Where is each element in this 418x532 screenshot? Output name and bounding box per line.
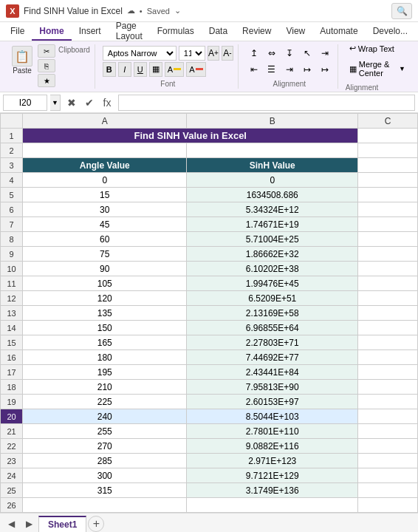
cell-b-26[interactable] bbox=[187, 498, 358, 513]
cell-b-14[interactable]: 6.96855E+64 bbox=[187, 321, 358, 335]
cell-b-25[interactable]: 3.1749E+136 bbox=[187, 483, 358, 498]
row-header-14[interactable]: 14 bbox=[1, 321, 23, 335]
cell-b-19[interactable]: 2.60153E+97 bbox=[187, 395, 358, 409]
row-header-24[interactable]: 24 bbox=[1, 468, 23, 483]
cell-b-23[interactable]: 2.971E+123 bbox=[187, 454, 358, 468]
cell-c-11[interactable] bbox=[358, 276, 418, 291]
prev-sheet-button[interactable]: ◀ bbox=[3, 516, 19, 532]
cell-a-23[interactable]: 285 bbox=[23, 454, 187, 468]
align-left-button[interactable]: ⇤ bbox=[246, 62, 262, 77]
cell-a-12[interactable]: 120 bbox=[23, 291, 187, 306]
row-header-2[interactable]: 2 bbox=[1, 143, 23, 158]
row-header-8[interactable]: 8 bbox=[1, 232, 23, 247]
merge-center-button[interactable]: ▦ Merge & Center ▼ bbox=[346, 58, 409, 80]
bold-button[interactable]: B bbox=[103, 62, 116, 77]
italic-button[interactable]: I bbox=[118, 62, 131, 77]
cell-a-10[interactable]: 90 bbox=[23, 262, 187, 276]
cell-b-16[interactable]: 7.44692E+77 bbox=[187, 350, 358, 365]
col-header-b[interactable]: B bbox=[187, 114, 358, 129]
cell-b-20[interactable]: 8.5044E+103 bbox=[187, 409, 358, 424]
cell-b-7[interactable]: 1.74671E+19 bbox=[187, 217, 358, 232]
cell-c-4[interactable] bbox=[358, 173, 418, 188]
cell-a-16[interactable]: 180 bbox=[23, 350, 187, 365]
cell-a-25[interactable]: 315 bbox=[23, 483, 187, 498]
increase-indent-button[interactable]: ↦ bbox=[317, 62, 333, 77]
col-header-a[interactable]: A bbox=[23, 114, 187, 129]
cell-a-26[interactable] bbox=[23, 498, 187, 513]
cell-a-6[interactable]: 30 bbox=[23, 202, 187, 217]
tab-data[interactable]: Data bbox=[202, 22, 235, 41]
tab-automate[interactable]: Automate bbox=[312, 22, 365, 41]
row-header-19[interactable]: 19 bbox=[1, 395, 23, 409]
tab-page-layout[interactable]: Page Layout bbox=[109, 22, 150, 41]
cell-c-7[interactable] bbox=[358, 217, 418, 232]
tab-insert[interactable]: Insert bbox=[72, 22, 109, 41]
increase-font-btn[interactable]: A+ bbox=[208, 46, 219, 61]
row-header-1[interactable]: 1 bbox=[1, 129, 23, 143]
wrap-text-button[interactable]: ↩ Wrap Text bbox=[346, 41, 398, 55]
align-center-button[interactable]: ☰ bbox=[264, 62, 280, 77]
cell-c-25[interactable] bbox=[358, 483, 418, 498]
cell-b-4[interactable]: 0 bbox=[187, 173, 358, 188]
cell-a-5[interactable]: 15 bbox=[23, 188, 187, 202]
cell-b-18[interactable]: 7.95813E+90 bbox=[187, 380, 358, 395]
cell-c-24[interactable] bbox=[358, 468, 418, 483]
cell-b-6[interactable]: 5.34324E+12 bbox=[187, 202, 358, 217]
cell-a-7[interactable]: 45 bbox=[23, 217, 187, 232]
cell-b-15[interactable]: 2.27803E+71 bbox=[187, 335, 358, 350]
cell-b-10[interactable]: 6.10202E+38 bbox=[187, 262, 358, 276]
cell-a-21[interactable]: 255 bbox=[23, 424, 187, 439]
formula-input[interactable] bbox=[118, 95, 415, 111]
cell-ref-dropdown[interactable]: ▼ bbox=[50, 95, 61, 111]
row-header-22[interactable]: 22 bbox=[1, 439, 23, 454]
tab-home[interactable]: Home bbox=[32, 22, 71, 41]
cell-c-23[interactable] bbox=[358, 454, 418, 468]
paste-button[interactable]: 📋 Paste bbox=[9, 44, 35, 76]
cell-b-24[interactable]: 9.7121E+129 bbox=[187, 468, 358, 483]
align-right-button[interactable]: ⇥ bbox=[281, 62, 298, 77]
confirm-formula-button[interactable]: ✔ bbox=[81, 95, 97, 111]
cell-a-11[interactable]: 105 bbox=[23, 276, 187, 291]
col-header-c[interactable]: C bbox=[358, 114, 418, 129]
tab-develo[interactable]: Develo... bbox=[366, 22, 415, 41]
row-header-25[interactable]: 25 bbox=[1, 483, 23, 498]
row-header-20[interactable]: 20 bbox=[1, 409, 23, 424]
cell-a-13[interactable]: 135 bbox=[23, 306, 187, 321]
decrease-indent-button[interactable]: ↦ bbox=[299, 62, 315, 77]
fill-color-button[interactable]: A bbox=[165, 62, 184, 77]
cell-c-20[interactable] bbox=[358, 409, 418, 424]
format-painter-button[interactable]: ★ bbox=[38, 74, 55, 87]
cell-b-17[interactable]: 2.43441E+84 bbox=[187, 365, 358, 380]
row-header-3[interactable]: 3 bbox=[1, 158, 23, 173]
align-top-button[interactable]: ↥ bbox=[246, 46, 262, 61]
cell-a-20[interactable]: 240 bbox=[23, 409, 187, 424]
row-header-13[interactable]: 13 bbox=[1, 306, 23, 321]
cell-a-1[interactable]: Find SINH Value in Excel bbox=[23, 129, 358, 143]
cell-b-2[interactable] bbox=[187, 143, 358, 158]
row-header-11[interactable]: 11 bbox=[1, 276, 23, 291]
row-header-18[interactable]: 18 bbox=[1, 380, 23, 395]
cell-b-21[interactable]: 2.7801E+110 bbox=[187, 424, 358, 439]
tab-formulas[interactable]: Formulas bbox=[150, 22, 202, 41]
font-color-button[interactable]: A bbox=[186, 62, 205, 77]
row-header-17[interactable]: 17 bbox=[1, 365, 23, 380]
row-header-15[interactable]: 15 bbox=[1, 335, 23, 350]
font-name-selector[interactable]: Aptos Narrow bbox=[103, 46, 177, 61]
cell-c-26[interactable] bbox=[358, 498, 418, 513]
cell-a-17[interactable]: 195 bbox=[23, 365, 187, 380]
align-middle-button[interactable]: ⇔ bbox=[264, 46, 280, 61]
cell-b-13[interactable]: 2.13169E+58 bbox=[187, 306, 358, 321]
cell-a-8[interactable]: 60 bbox=[23, 232, 187, 247]
cell-c-8[interactable] bbox=[358, 232, 418, 247]
cell-a-15[interactable]: 165 bbox=[23, 335, 187, 350]
cell-b-3[interactable]: SinH Value bbox=[187, 158, 358, 173]
cell-b-11[interactable]: 1.99476E+45 bbox=[187, 276, 358, 291]
cell-c-6[interactable] bbox=[358, 202, 418, 217]
row-header-16[interactable]: 16 bbox=[1, 350, 23, 365]
row-header-12[interactable]: 12 bbox=[1, 291, 23, 306]
row-header-4[interactable]: 4 bbox=[1, 173, 23, 188]
cell-c-1[interactable] bbox=[358, 129, 418, 143]
cell-a-2[interactable] bbox=[23, 143, 187, 158]
insert-function-button[interactable]: fx bbox=[99, 95, 115, 111]
cell-b-8[interactable]: 5.71004E+25 bbox=[187, 232, 358, 247]
